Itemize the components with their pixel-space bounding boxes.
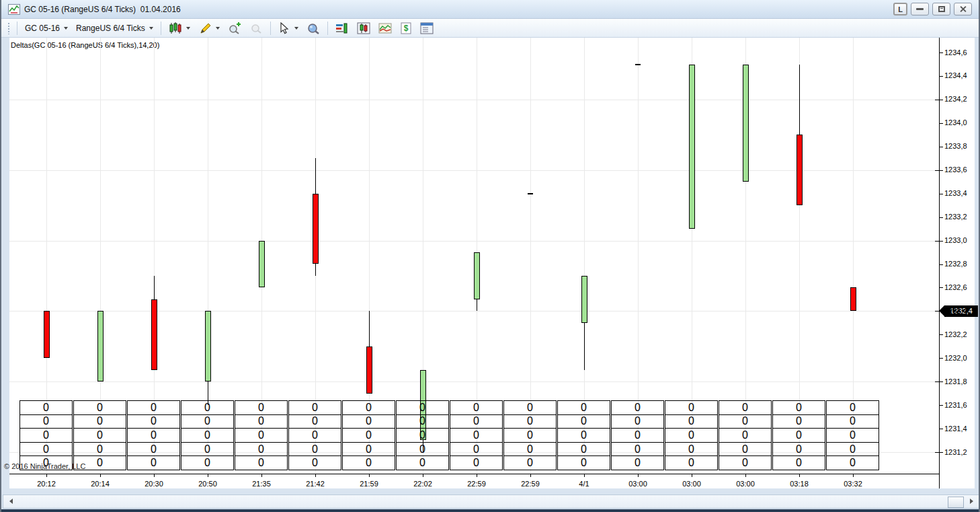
time-axis-tick: [423, 474, 423, 477]
indicator-label[interactable]: Deltas(GC 05-16 (RangeUS 6/4 Ticks),14,2…: [11, 41, 159, 49]
link-button[interactable]: L: [893, 3, 907, 15]
doji-bar[interactable]: [635, 64, 641, 65]
time-axis-tick: [369, 474, 370, 477]
candle-body[interactable]: [797, 135, 803, 205]
candle-body[interactable]: [44, 311, 50, 358]
restore-icon: [938, 6, 945, 12]
delta-table-cell: 0: [74, 415, 126, 429]
price-axis-label: 1233,2: [944, 213, 967, 221]
data-box-icon: [307, 22, 320, 34]
delta-table-cell: 0: [289, 401, 341, 415]
candle-body[interactable]: [259, 241, 265, 288]
price-axis-line[interactable]: [939, 38, 940, 512]
delta-table-cell: 0: [235, 443, 287, 457]
drawing-tools-button[interactable]: [194, 20, 224, 36]
candle-body[interactable]: [689, 65, 695, 229]
scrollbar-track[interactable]: [3, 495, 980, 509]
delta-table-cell: 0: [612, 415, 663, 429]
price-axis-tick: [940, 452, 943, 453]
time-axis-line[interactable]: [9, 474, 940, 474]
delta-table-cell: 0: [773, 429, 825, 443]
chart-panel-icon: [378, 22, 392, 34]
delta-table-cell: 0: [397, 401, 448, 415]
chart-style-icon: [169, 22, 182, 34]
price-axis-label: 1232,4: [944, 307, 967, 316]
delta-table-cell: 0: [181, 415, 233, 429]
time-axis-tick: [261, 474, 262, 477]
time-axis-label: 03:00: [618, 480, 658, 488]
zoom-out-button[interactable]: [245, 20, 267, 36]
scrollbar-thumb[interactable]: [948, 497, 964, 508]
price-axis-tick: [940, 52, 943, 53]
chart-plot-area[interactable]: Deltas(GC 05-16 (RangeUS 6/4 Ticks),14,2…: [1, 38, 980, 488]
delta-table-cell: 0: [235, 401, 287, 415]
right-arrow-icon[interactable]: [970, 499, 973, 504]
delta-table-cell: 0: [128, 429, 179, 443]
price-axis-label: 1234,2: [944, 95, 967, 104]
delta-table-cell: 0: [665, 443, 717, 457]
chart-left-margin: [1, 38, 9, 488]
toolbar-grip[interactable]: [7, 22, 10, 34]
chart-trader-button[interactable]: [331, 20, 353, 36]
delta-table-cell: 0: [558, 415, 610, 429]
svg-text:$: $: [403, 24, 408, 33]
left-arrow-icon[interactable]: [9, 499, 13, 504]
minimize-button[interactable]: [911, 3, 929, 15]
horizontal-scrollbar[interactable]: [1, 488, 980, 509]
period-dropdown[interactable]: RangeUS 6/4 Ticks: [72, 22, 157, 35]
delta-table-cell: 0: [235, 415, 287, 429]
chart-panel-button[interactable]: [374, 20, 396, 36]
delta-table-cell: 0: [612, 456, 663, 470]
delta-table-cell: 0: [20, 429, 72, 443]
delta-table-cell: 0: [20, 415, 72, 429]
delta-table-cell: 0: [343, 429, 395, 443]
delta-table-column: 00000: [503, 400, 557, 470]
zoom-in-button[interactable]: [224, 20, 245, 36]
properties-button[interactable]: [416, 20, 438, 36]
indicators-button[interactable]: [353, 20, 374, 36]
delta-table-cell: 0: [558, 443, 610, 457]
delta-table-cell: 0: [773, 401, 825, 415]
price-axis-tick: [940, 123, 943, 124]
delta-table-cell: 0: [343, 456, 395, 470]
close-button[interactable]: [954, 3, 972, 15]
price-axis-tick: [940, 287, 943, 288]
delta-table-cell: 0: [450, 401, 502, 415]
chart-window: GC 05-16 (RangeUS 6/4 Ticks) 01.04.2016 …: [0, 0, 980, 512]
time-axis-label: 03:18: [779, 480, 819, 488]
title-bar[interactable]: GC 05-16 (RangeUS 6/4 Ticks) 01.04.2016 …: [1, 0, 979, 19]
price-axis-tick: [940, 429, 943, 429]
chevron-down-icon: [64, 27, 68, 30]
candle-body[interactable]: [474, 252, 480, 299]
time-axis-tick: [477, 474, 477, 477]
account-dollar-button[interactable]: $: [396, 20, 416, 36]
horizontal-gridline: [9, 241, 939, 242]
candle-body[interactable]: [151, 299, 157, 370]
chart-style-button[interactable]: [165, 20, 194, 36]
delta-table-cell: 0: [128, 401, 179, 415]
price-axis-tick: [940, 241, 943, 242]
candle-body[interactable]: [743, 65, 749, 182]
delta-table-cell: 0: [397, 443, 448, 457]
price-axis-major-tick: [935, 100, 939, 100]
price-axis-label: 1234,4: [944, 71, 967, 80]
candle-body[interactable]: [581, 276, 587, 323]
candle-body[interactable]: [205, 311, 211, 381]
toolbar-separator: [161, 22, 161, 35]
price-axis-label: 1232,2: [944, 330, 967, 339]
candle-body[interactable]: [97, 311, 104, 381]
cursor-button[interactable]: [274, 20, 302, 36]
doji-bar[interactable]: [528, 193, 533, 194]
delta-table-cell: 0: [289, 429, 341, 443]
instrument-dropdown[interactable]: GC 05-16: [21, 22, 72, 35]
data-box-button[interactable]: [302, 20, 324, 36]
delta-table-cell: 0: [773, 443, 825, 457]
time-axis-tick: [799, 474, 800, 477]
candle-body[interactable]: [850, 287, 856, 311]
price-axis-label: 1233,0: [944, 236, 967, 245]
candle-body[interactable]: [313, 194, 319, 264]
delta-table-cell: 0: [504, 456, 556, 470]
restore-button[interactable]: [932, 3, 950, 15]
delta-table-cell: 0: [343, 401, 395, 415]
candle-body[interactable]: [366, 346, 372, 394]
